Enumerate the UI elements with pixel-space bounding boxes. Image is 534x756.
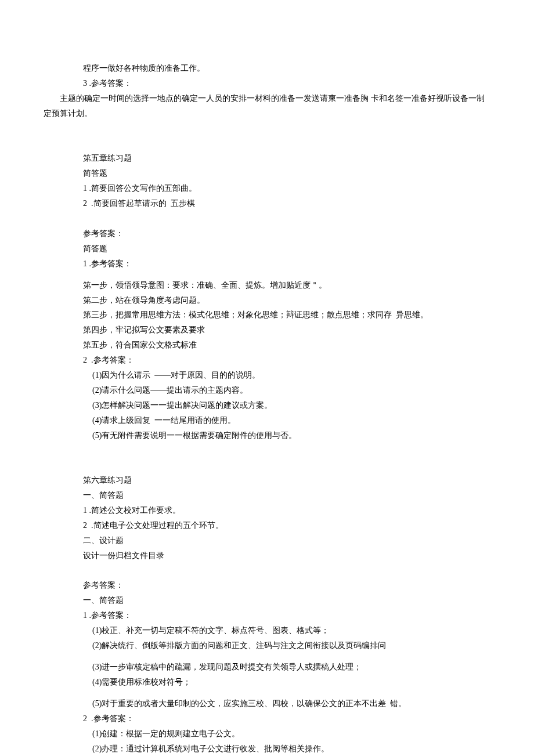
- text-line: (2)解决统行、倒版等排版方面的问题和正文、注码与注文之间衔接以及页码编排问: [44, 638, 490, 653]
- text-line: (3)怎样解决问题一一提出解决问题的建议或方案。: [44, 398, 490, 413]
- text-line: (5)有无附件需要说明一一根据需要确定附件的使用与否。: [44, 428, 490, 443]
- document-page: 程序一做好各种物质的准备工作。3 .参考答案： 主题的确定一时间的选择一地点的确…: [0, 0, 534, 756]
- text-line: (1)校正、补充一切与定稿不符的文字、标点符号、图表、格式等；: [44, 623, 490, 638]
- blank-line: [44, 563, 490, 578]
- text-line: (4)需要使用标准校对符号；: [44, 675, 490, 690]
- text-line: 1 .参考答案：: [44, 608, 490, 623]
- text-line: (5)对于重要的或者大量印制的公文，应实施三校、四校，以确保公文的正本不出差 错…: [44, 696, 490, 711]
- text-line: (2)请示什么问题——提出请示的主题内容。: [44, 383, 490, 398]
- text-line: 第二步，站在领导角度考虑问题。: [44, 293, 490, 308]
- text-line: 2 .简要回答起草请示的 五步棋: [44, 196, 490, 211]
- text-line: 简答题: [44, 241, 490, 256]
- text-line: 3 .参考答案：: [44, 76, 490, 91]
- text-line: 一、简答题: [44, 593, 490, 608]
- text-line: (1)因为什么请示 ——对于原因、目的的说明。: [44, 368, 490, 383]
- text-line: 一、简答题: [44, 488, 490, 503]
- text-line: (1)创建：根据一定的规则建立电子公文。: [44, 726, 490, 741]
- blank-line: [44, 653, 490, 660]
- blank-line: [44, 690, 490, 696]
- text-line: 1 .简述公文校对工作要求。: [44, 503, 490, 518]
- blank-line: [44, 211, 490, 226]
- text-line: 二、设计题: [44, 533, 490, 548]
- blank-line: [44, 443, 490, 458]
- text-line: 第五章练习题: [44, 151, 490, 166]
- blank-line: [44, 136, 490, 151]
- text-line: (3)进一步审核定稿中的疏漏，发现问题及时提交有关领导人或撰稿人处理；: [44, 660, 490, 675]
- blank-line: [44, 458, 490, 473]
- text-line: 设计一份归档文件目录: [44, 548, 490, 563]
- text-line: 程序一做好各种物质的准备工作。: [44, 61, 490, 76]
- text-line: 1 .简要回答公文写作的五部曲。: [44, 181, 490, 196]
- text-line: 2 .参考答案：: [44, 711, 490, 726]
- text-line: 第六章练习题: [44, 473, 490, 488]
- text-line: 参考答案：: [44, 226, 490, 241]
- text-line: 第五步，符合国家公文格式标准: [44, 338, 490, 353]
- text-line: (2)办理：通过计算机系统对电子公文进行收发、批阅等相关操作。: [44, 741, 490, 756]
- text-line: 2 .参考答案：: [44, 353, 490, 368]
- text-line: 简答题: [44, 166, 490, 181]
- text-line: 第三步，把握常用思维方法：模式化思维；对象化思维；辩证思维；散点思维；求同存 异…: [44, 308, 490, 323]
- text-line: (4)请求上级回复 一一结尾用语的使用。: [44, 413, 490, 428]
- text-line: 第一步，领悟领导意图：要求：准确、全面、提炼。增加贴近度＂。: [44, 278, 490, 293]
- text-line: 参考答案：: [44, 578, 490, 593]
- text-line: 1 .参考答案：: [44, 256, 490, 272]
- text-line: 2 .简述电子公文处理过程的五个环节。: [44, 518, 490, 533]
- text-line: 第四步，牢记拟写公文要素及要求: [44, 323, 490, 338]
- text-line: 主题的确定一时间的选择一地点的确定一人员的安排一材料的准备一发送请柬一准备胸 卡…: [44, 91, 490, 121]
- blank-line: [44, 271, 490, 277]
- blank-line: [44, 121, 490, 136]
